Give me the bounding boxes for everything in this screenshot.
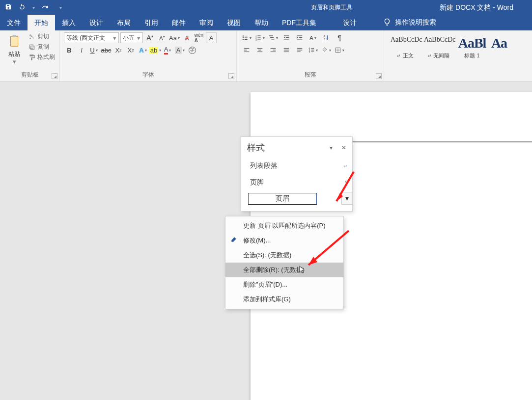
- ctx-delete-style[interactable]: 删除"页眉"(D)...: [225, 277, 343, 292]
- style-item-dropdown-button[interactable]: ▾: [341, 192, 352, 205]
- grow-font-button[interactable]: A▴: [144, 32, 155, 43]
- asian-layout-button[interactable]: A: [307, 32, 319, 43]
- tab-references[interactable]: 引用: [138, 15, 165, 30]
- align-justify-button[interactable]: [280, 45, 292, 55]
- highlight-button[interactable]: ab: [150, 45, 161, 55]
- bold-button[interactable]: B: [64, 45, 75, 55]
- format-painter-button[interactable]: 格式刷: [28, 53, 55, 61]
- line-spacing-button[interactable]: [307, 45, 319, 55]
- style-normal[interactable]: AaBbCcDc ↵ 正文: [389, 33, 421, 61]
- paragraph-launcher[interactable]: [376, 73, 382, 79]
- svg-point-5: [243, 35, 244, 36]
- change-case-button[interactable]: Aa: [169, 32, 180, 43]
- save-icon[interactable]: [5, 3, 12, 12]
- redo-icon[interactable]: [42, 3, 49, 12]
- align-left-button[interactable]: [241, 45, 252, 55]
- character-shading-button[interactable]: A: [174, 45, 185, 55]
- align-center-button[interactable]: [254, 45, 266, 55]
- font-name-combo[interactable]: 等线 (西文正文▾: [64, 32, 119, 43]
- cut-button[interactable]: 剪切: [28, 32, 55, 41]
- tab-review[interactable]: 审阅: [193, 15, 220, 30]
- phonetic-guide-button[interactable]: wénA: [194, 32, 204, 43]
- group-clipboard-title: 剪贴板: [4, 71, 56, 80]
- qat-customize-icon[interactable]: ▾: [59, 5, 62, 10]
- undo-icon[interactable]: [19, 3, 26, 12]
- tab-help[interactable]: 帮助: [248, 15, 275, 30]
- title-bar: ▾ ▾ 页眉和页脚工具 新建 DOCX 文档 - Word: [0, 0, 532, 15]
- svg-rect-44: [297, 52, 301, 52]
- ctx-modify[interactable]: 修改(M)...: [225, 233, 343, 248]
- undo-dropdown-icon[interactable]: ▾: [32, 5, 35, 10]
- tab-design[interactable]: 设计: [83, 15, 110, 30]
- ctx-select-all[interactable]: 全选(S): (无数据): [225, 248, 343, 263]
- enclose-characters-button[interactable]: 字: [187, 45, 197, 55]
- group-font: 等线 (西文正文▾ 小五▾ A▴ A▾ Aa A̷ wénA A B I U a…: [60, 30, 237, 81]
- quick-access-toolbar: ▾ ▾: [0, 3, 67, 12]
- svg-rect-24: [297, 35, 303, 36]
- style-heading1[interactable]: AaBl 标题 1: [456, 33, 488, 61]
- svg-text:A: A: [324, 35, 326, 38]
- decrease-indent-icon: [283, 34, 290, 41]
- distributed-icon: [296, 47, 303, 53]
- tab-insert[interactable]: 插入: [55, 15, 83, 30]
- tab-pdf-tools[interactable]: PDF工具集: [275, 15, 323, 30]
- clear-formatting-button[interactable]: A̷: [181, 32, 192, 43]
- borders-button[interactable]: [334, 45, 345, 55]
- tell-me-label: 操作说明搜索: [395, 18, 436, 27]
- font-color-button[interactable]: A: [162, 45, 173, 55]
- italic-button[interactable]: I: [76, 45, 87, 55]
- shrink-font-button[interactable]: A▾: [157, 32, 168, 43]
- ctx-add-to-gallery[interactable]: 添加到样式库(G): [225, 292, 343, 307]
- copy-button[interactable]: 复制: [28, 43, 55, 51]
- tab-layout[interactable]: 布局: [110, 15, 138, 30]
- subscript-button[interactable]: X2: [113, 45, 124, 55]
- styles-pane-item-footer[interactable]: 页脚¶: [248, 174, 349, 191]
- ctx-update-match[interactable]: 更新 页眉 以匹配所选内容(P): [225, 218, 343, 233]
- numbering-button[interactable]: 123: [254, 32, 266, 43]
- paste-dropdown-icon[interactable]: ▾: [13, 58, 16, 65]
- styles-pane-item-header[interactable]: 页眉 ▾: [248, 191, 349, 207]
- tab-mailings[interactable]: 邮件: [165, 15, 193, 30]
- svg-marker-26: [297, 37, 298, 39]
- text-effects-button[interactable]: A: [138, 45, 148, 55]
- svg-rect-20: [284, 35, 289, 36]
- increase-indent-button[interactable]: [294, 32, 306, 43]
- svg-rect-33: [257, 48, 263, 49]
- character-border-button[interactable]: A: [206, 32, 217, 43]
- svg-rect-17: [269, 35, 273, 36]
- decrease-indent-button[interactable]: [280, 32, 292, 43]
- font-size-combo[interactable]: 小五▾: [120, 32, 143, 43]
- ribbon-tabs: 文件 开始 插入 设计 布局 引用 邮件 审阅 视图 帮助 PDF工具集 设计 …: [0, 15, 532, 30]
- styles-gallery[interactable]: AaBbCcDc ↵ 正文 AaBbCcDc ↵ 无间隔 AaBl 标题 1 A…: [388, 32, 528, 62]
- font-launcher[interactable]: [228, 73, 234, 79]
- svg-rect-25: [299, 37, 302, 38]
- svg-rect-40: [284, 50, 289, 50]
- tab-home[interactable]: 开始: [28, 15, 55, 30]
- svg-rect-31: [244, 50, 247, 50]
- style-heading2[interactable]: Aa: [489, 33, 509, 61]
- styles-pane-options-icon[interactable]: ▾: [330, 144, 333, 151]
- shading-button[interactable]: [320, 45, 332, 55]
- align-distributed-button[interactable]: [294, 45, 306, 55]
- multilevel-list-button[interactable]: [267, 32, 279, 43]
- show-marks-button[interactable]: ¶: [334, 32, 345, 43]
- paste-button[interactable]: 粘贴 ▾: [4, 32, 25, 65]
- tell-me-search[interactable]: 操作说明搜索: [383, 15, 436, 30]
- svg-rect-4: [29, 45, 33, 48]
- paste-icon: [7, 32, 22, 50]
- tab-header-footer-design[interactable]: 设计: [336, 15, 364, 30]
- tab-file[interactable]: 文件: [0, 15, 28, 30]
- align-right-button[interactable]: [267, 45, 279, 55]
- ctx-remove-all[interactable]: 全部删除(R): (无数据): [225, 263, 343, 277]
- underline-button[interactable]: U: [88, 45, 99, 55]
- svg-rect-42: [297, 48, 303, 49]
- styles-pane-item-list-paragraph[interactable]: 列表段落↵: [248, 158, 349, 174]
- bullets-button[interactable]: [241, 32, 252, 43]
- styles-pane-close-icon[interactable]: ✕: [341, 144, 346, 151]
- superscript-button[interactable]: X2: [125, 45, 136, 55]
- tab-view[interactable]: 视图: [220, 15, 248, 30]
- sort-button[interactable]: AZ: [320, 32, 332, 43]
- clipboard-launcher[interactable]: [52, 73, 57, 79]
- style-no-spacing[interactable]: AaBbCcDc ↵ 无间隔: [422, 33, 455, 61]
- strikethrough-button[interactable]: abc: [101, 45, 112, 55]
